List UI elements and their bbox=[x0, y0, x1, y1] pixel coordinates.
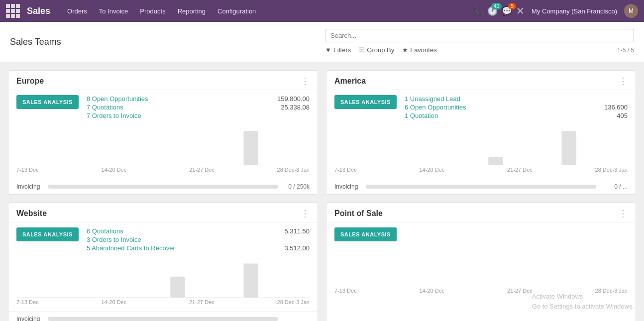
card-header: Website ⋮ bbox=[8, 203, 318, 222]
groupby-icon: ☰ bbox=[359, 46, 365, 54]
stat-value: 136,600 bbox=[604, 104, 628, 111]
star-icon: ★ bbox=[402, 46, 408, 54]
card-header: America ⋮ bbox=[326, 71, 636, 90]
chart-label: 14-20 Dec bbox=[101, 167, 126, 173]
chart-label: 28 Dec-3 Jan bbox=[595, 288, 628, 294]
app-grid-icon[interactable] bbox=[6, 4, 20, 18]
kanban-card-website: Website ⋮ SALES ANALYSIS 6 Quotations 5,… bbox=[8, 203, 318, 321]
svg-rect-7 bbox=[243, 263, 258, 298]
bar-chart bbox=[16, 125, 310, 165]
menu-orders[interactable]: Orders bbox=[62, 4, 92, 18]
page-title: Sales Teams bbox=[10, 37, 319, 47]
card-chart: 7-13 Dec14-20 Dec21-27 Dec28 Dec-3 Jan bbox=[8, 258, 318, 311]
kanban-card-point-of-sale: Point of Sale ⋮ SALES ANALYSIS 7-13 Dec1… bbox=[326, 203, 636, 321]
card-title: America bbox=[334, 77, 366, 86]
stat-link[interactable]: 1 Unassigned Lead bbox=[405, 95, 460, 103]
chart-label: 7-13 Dec bbox=[334, 167, 357, 173]
stat-link[interactable]: 6 Open Opportunities bbox=[405, 104, 466, 111]
chart-label: 28 Dec-3 Jan bbox=[277, 167, 310, 173]
user-avatar[interactable]: M bbox=[624, 4, 638, 18]
card-header: Point of Sale ⋮ bbox=[326, 203, 636, 222]
invoicing-label: Invoicing bbox=[334, 183, 362, 190]
chart-labels: 7-13 Dec14-20 Dec21-27 Dec28 Dec-3 Jan bbox=[334, 288, 628, 296]
chat-badge: 5 bbox=[508, 3, 516, 9]
svg-rect-4 bbox=[561, 131, 576, 165]
stat-value: 25,338.08 bbox=[281, 104, 310, 111]
favorites-button[interactable]: ★ Favorites bbox=[402, 46, 436, 54]
company-name[interactable]: My Company (San Francisco) bbox=[532, 7, 617, 15]
sales-analysis-button[interactable]: SALES ANALYSIS bbox=[16, 227, 79, 241]
stat-link[interactable]: 1 Quotation bbox=[405, 112, 438, 119]
chart-label: 7-13 Dec bbox=[334, 288, 357, 294]
chat-icon[interactable]: 💬 5 bbox=[502, 6, 512, 16]
groupby-label: Group By bbox=[367, 46, 394, 54]
stat-link[interactable]: 6 Quotations bbox=[87, 227, 123, 235]
kebab-menu-icon[interactable]: ⋮ bbox=[619, 77, 628, 86]
topnav-right: 📞 🕐 40 💬 5 ✕ My Company (San Francisco) … bbox=[473, 4, 638, 18]
chart-labels: 7-13 Dec14-20 Dec21-27 Dec28 Dec-3 Jan bbox=[16, 167, 310, 175]
top-navigation: Sales Orders To Invoice Products Reporti… bbox=[0, 0, 644, 22]
card-body: SALES ANALYSIS 8 Open Opportunities 159,… bbox=[8, 90, 318, 125]
menu-configuration[interactable]: Configuration bbox=[213, 4, 261, 18]
search-bar: ▼ Filters ☰ Group By ★ Favorites 1-5 / 5 bbox=[325, 29, 634, 55]
stat-link[interactable]: 3 Orders to Invoice bbox=[87, 236, 141, 243]
svg-rect-1 bbox=[243, 131, 258, 165]
kanban-card-america: America ⋮ SALES ANALYSIS 1 Unassigned Le… bbox=[326, 70, 636, 195]
invoicing-bar: Invoicing 0 / ... bbox=[326, 179, 636, 194]
chart-label: 14-20 Dec bbox=[419, 167, 444, 173]
stat-value: 159,800.00 bbox=[277, 95, 310, 103]
chart-label: 21-27 Dec bbox=[507, 288, 533, 294]
card-chart: 7-13 Dec14-20 Dec21-27 Dec28 Dec-3 Jan bbox=[326, 125, 636, 179]
progress-bar bbox=[366, 185, 596, 189]
chart-label: 21-27 Dec bbox=[189, 167, 215, 173]
close-icon[interactable]: ✕ bbox=[516, 5, 525, 17]
stat-link[interactable]: 7 Orders to Invoice bbox=[87, 112, 141, 119]
search-input-wrap[interactable] bbox=[325, 29, 634, 42]
stat-link[interactable]: 5 Abandoned Carts to Recover bbox=[87, 244, 175, 252]
sales-analysis-button[interactable]: SALES ANALYSIS bbox=[334, 95, 397, 109]
bar-chart bbox=[334, 125, 628, 165]
app-title: Sales bbox=[27, 6, 50, 16]
card-chart: 7-13 Dec14-20 Dec21-27 Dec28 Dec-3 Jan bbox=[326, 246, 636, 300]
stat-value: 405 bbox=[617, 112, 628, 119]
search-input[interactable] bbox=[330, 32, 629, 39]
kanban-card-europe: Europe ⋮ SALES ANALYSIS 8 Open Opportuni… bbox=[8, 70, 318, 195]
kebab-menu-icon[interactable]: ⋮ bbox=[619, 209, 628, 218]
stat-link[interactable]: 8 Open Opportunities bbox=[87, 95, 148, 103]
stat-value: 5,311.50 bbox=[284, 227, 310, 235]
invoicing-label: Invoicing bbox=[16, 316, 44, 321]
sales-analysis-button[interactable]: SALES ANALYSIS bbox=[334, 227, 397, 241]
menu-products[interactable]: Products bbox=[135, 4, 170, 18]
record-count: 1-5 / 5 bbox=[617, 47, 634, 54]
bar-chart bbox=[16, 258, 310, 298]
activity-icon[interactable]: 🕐 40 bbox=[487, 6, 498, 16]
kebab-menu-icon[interactable]: ⋮ bbox=[301, 77, 310, 86]
chart-label: 7-13 Dec bbox=[16, 299, 39, 305]
card-header: Europe ⋮ bbox=[8, 71, 318, 90]
chart-label: 28 Dec-3 Jan bbox=[277, 299, 310, 305]
progress-bar bbox=[48, 317, 278, 321]
chart-label: 21-27 Dec bbox=[507, 167, 533, 173]
card-title: Europe bbox=[16, 77, 44, 86]
progress-bar bbox=[48, 185, 278, 189]
menu-reporting[interactable]: Reporting bbox=[173, 4, 211, 18]
menu-to-invoice[interactable]: To Invoice bbox=[94, 4, 133, 18]
stat-value: 3,512.00 bbox=[284, 244, 310, 252]
chart-labels: 7-13 Dec14-20 Dec21-27 Dec28 Dec-3 Jan bbox=[334, 167, 628, 175]
stat-link[interactable]: 7 Quotations bbox=[87, 104, 123, 111]
svg-rect-3 bbox=[488, 157, 503, 165]
chart-label: 14-20 Dec bbox=[419, 288, 444, 294]
card-chart: 7-13 Dec14-20 Dec21-27 Dec28 Dec-3 Jan bbox=[8, 125, 318, 179]
filters-button[interactable]: ▼ Filters bbox=[325, 46, 351, 54]
sales-analysis-button[interactable]: SALES ANALYSIS bbox=[16, 95, 79, 109]
phone-icon[interactable]: 📞 bbox=[473, 6, 483, 16]
chart-label: 7-13 Dec bbox=[16, 167, 39, 173]
card-title: Point of Sale bbox=[334, 209, 383, 218]
page-header: Sales Teams ▼ Filters ☰ Group By ★ Favor… bbox=[0, 22, 644, 62]
bar-chart bbox=[334, 246, 628, 286]
chart-label: 28 Dec-3 Jan bbox=[595, 167, 628, 173]
chart-label: 21-27 Dec bbox=[189, 299, 215, 305]
kebab-menu-icon[interactable]: ⋮ bbox=[301, 209, 310, 218]
groupby-button[interactable]: ☰ Group By bbox=[359, 46, 394, 54]
card-body: SALES ANALYSIS 1 Unassigned Lead 6 Open … bbox=[326, 90, 636, 125]
